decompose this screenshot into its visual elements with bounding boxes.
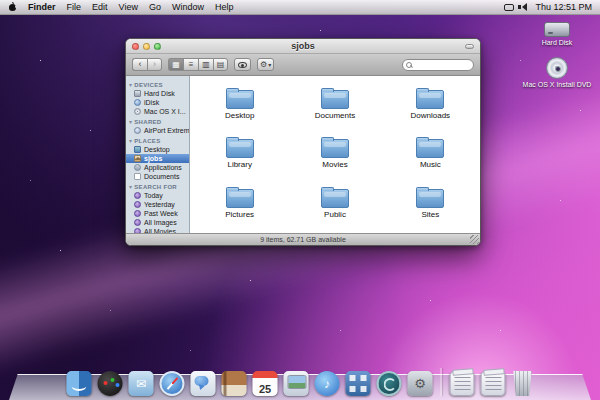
menu-help[interactable]: Help — [215, 2, 234, 12]
ical-dock-icon[interactable]: 25 — [253, 371, 278, 396]
sidebar-section-shared[interactable]: ▾SHARED — [126, 116, 189, 126]
desktop-icon-hard-disk[interactable]: Hard Disk — [520, 22, 594, 47]
hard-disk-icon — [134, 90, 141, 97]
sidebar-section-devices[interactable]: ▾DEVICES — [126, 79, 189, 89]
smart-folder-icon — [134, 219, 141, 226]
folder-pictures[interactable]: Pictures — [192, 179, 287, 229]
document-icon — [134, 173, 141, 180]
disclosure-triangle-icon: ▾ — [129, 118, 132, 125]
finder-dock-icon[interactable] — [67, 371, 92, 396]
sidebar-section-search-for[interactable]: ▾SEARCH FOR — [126, 181, 189, 191]
sidebar-item-airport-extreme[interactable]: AirPort Extreme — [126, 126, 189, 135]
status-text: 9 items, 62.71 GB available — [260, 236, 346, 243]
folder-icon — [321, 189, 349, 208]
window-titlebar[interactable]: sjobs — [126, 39, 480, 54]
sidebar-item-desktop[interactable]: Desktop — [126, 145, 189, 154]
sidebar-item-install-dvd[interactable]: Mac OS X I...▲ — [126, 107, 189, 116]
system-preferences-dock-icon[interactable]: ⚙ — [408, 371, 433, 396]
finder-window: sjobs ‹ › ▦ ≡ ▥ ▤ ⚙▾ ▾DEVICES Hard Disk … — [125, 38, 481, 246]
folder-icon — [416, 189, 444, 208]
disclosure-triangle-icon: ▾ — [129, 137, 132, 144]
folder-desktop[interactable]: Desktop — [192, 80, 287, 130]
desktop-icon — [134, 146, 141, 153]
itunes-dock-icon[interactable]: ♪ — [315, 371, 340, 396]
sidebar-item-past-week[interactable]: Past Week — [126, 209, 189, 218]
volume-status-icon[interactable] — [522, 3, 527, 11]
folder-documents[interactable]: Documents — [287, 80, 382, 130]
preview-dock-icon[interactable] — [284, 371, 309, 396]
folder-public[interactable]: Public — [287, 179, 382, 229]
toolbar-toggle-button[interactable] — [465, 44, 474, 49]
search-icon — [406, 62, 412, 68]
hard-disk-icon — [544, 22, 570, 37]
window-toolbar: ‹ › ▦ ≡ ▥ ▤ ⚙▾ — [126, 54, 480, 76]
address-book-dock-icon[interactable] — [222, 371, 247, 396]
coverflow-view-button[interactable]: ▤ — [213, 58, 228, 71]
folder-movies[interactable]: Movies — [287, 130, 382, 180]
menu-window[interactable]: Window — [172, 2, 204, 12]
sidebar-item-yesterday[interactable]: Yesterday — [126, 200, 189, 209]
sidebar-item-hard-disk[interactable]: Hard Disk — [126, 89, 189, 98]
sidebar-item-idisk[interactable]: iDisk — [126, 98, 189, 107]
display-status-icon[interactable] — [504, 4, 514, 11]
menu-go[interactable]: Go — [149, 2, 161, 12]
window-title: sjobs — [126, 41, 480, 51]
trash-dock-icon[interactable] — [512, 371, 534, 396]
column-view-button[interactable]: ▥ — [198, 58, 213, 71]
applications-icon — [134, 164, 141, 171]
gear-icon: ⚙ — [260, 60, 267, 69]
action-menu-button[interactable]: ⚙▾ — [257, 58, 274, 71]
sidebar-item-today[interactable]: Today — [126, 191, 189, 200]
menu-file[interactable]: File — [67, 2, 82, 12]
folder-music[interactable]: Music — [383, 130, 478, 180]
desktop-icon-install-dvd[interactable]: Mac OS X Install DVD — [520, 57, 594, 89]
apple-menu-icon[interactable] — [8, 2, 17, 12]
icon-view-button[interactable]: ▦ — [168, 58, 183, 71]
sidebar-item-documents[interactable]: Documents — [126, 172, 189, 181]
eye-icon — [238, 62, 247, 68]
desktop-icon-label: Mac OS X Install DVD — [523, 81, 592, 89]
sidebar-item-applications[interactable]: Applications — [126, 163, 189, 172]
dock-icons: ✉ 25 ♪ ⚙ — [67, 368, 534, 396]
ichat-dock-icon[interactable] — [191, 371, 216, 396]
quick-look-button[interactable] — [234, 58, 251, 71]
status-bar: 9 items, 62.71 GB available — [126, 233, 480, 245]
folder-icon — [226, 189, 254, 208]
smart-folder-icon — [134, 192, 141, 199]
sidebar-item-all-images[interactable]: All Images — [126, 218, 189, 227]
back-button[interactable]: ‹ — [132, 58, 147, 71]
desktop-icon-label: Hard Disk — [542, 39, 573, 47]
idisk-icon — [134, 99, 141, 106]
documents-stack-dock-icon[interactable] — [450, 371, 475, 396]
folder-library[interactable]: Library — [192, 130, 287, 180]
dock: ✉ 25 ♪ ⚙ — [0, 360, 600, 400]
dashboard-dock-icon[interactable] — [98, 371, 123, 396]
menu-finder[interactable]: Finder — [28, 2, 56, 12]
smart-folder-icon — [134, 210, 141, 217]
folder-icon — [416, 90, 444, 109]
folder-downloads[interactable]: Downloads — [383, 80, 478, 130]
menu-edit[interactable]: Edit — [92, 2, 108, 12]
forward-button[interactable]: › — [147, 58, 162, 71]
search-input[interactable] — [414, 60, 472, 70]
dvd-disc-icon — [546, 57, 568, 79]
chevron-down-icon: ▾ — [268, 61, 271, 68]
folder-icon — [226, 139, 254, 158]
folder-sites[interactable]: Sites — [383, 179, 478, 229]
downloads-stack-dock-icon[interactable] — [481, 371, 506, 396]
menu-clock[interactable]: Thu 12:51 PM — [535, 2, 592, 12]
spaces-dock-icon[interactable] — [346, 371, 371, 396]
sidebar-section-places[interactable]: ▾PLACES — [126, 135, 189, 145]
view-mode-segment: ▦ ≡ ▥ ▤ — [168, 58, 228, 71]
menu-view[interactable]: View — [119, 2, 138, 12]
search-field[interactable] — [402, 59, 474, 71]
list-view-button[interactable]: ≡ — [183, 58, 198, 71]
dock-divider — [441, 368, 442, 396]
time-machine-dock-icon[interactable] — [377, 371, 402, 396]
safari-dock-icon[interactable] — [160, 371, 185, 396]
home-icon — [134, 155, 141, 162]
mail-dock-icon[interactable]: ✉ — [129, 371, 154, 396]
sidebar-item-sjobs[interactable]: sjobs — [126, 154, 189, 163]
resize-grip[interactable] — [470, 235, 479, 244]
folder-grid: Desktop Documents Downloads Library Movi… — [190, 76, 480, 233]
